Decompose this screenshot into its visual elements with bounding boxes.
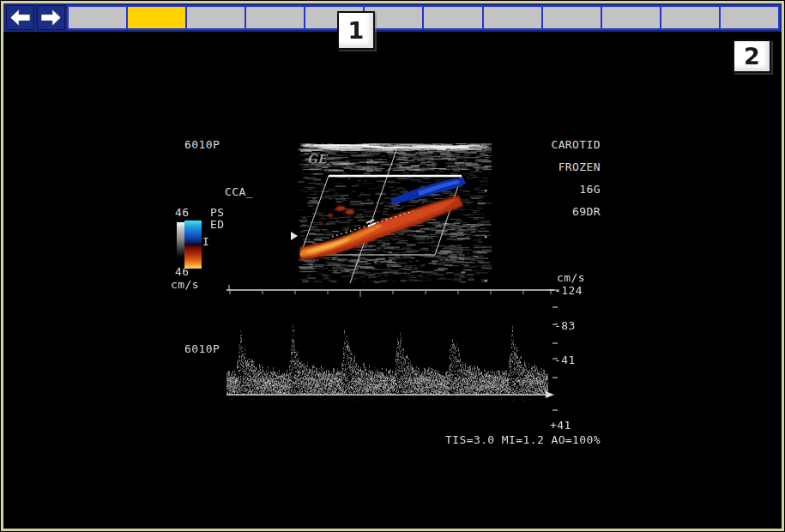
toolbar-cell[interactable] [424, 7, 483, 28]
exam-label: CCA_ [225, 186, 253, 197]
doppler-color-bar [184, 221, 202, 269]
depth-marker-dots [485, 146, 487, 282]
color-flow-jet [300, 196, 463, 260]
color-scale-unit: cm/s [171, 279, 199, 290]
baseline-arrow-icon [546, 391, 554, 398]
toolbar-cell[interactable] [187, 7, 246, 28]
ge-logo: GE [307, 152, 329, 166]
transducer-label-top: 6010P [184, 139, 220, 150]
spectral-axes [223, 283, 559, 414]
ultrasound-screen: { "colors": { "frame": "#d6d3a2", "toolb… [0, 0, 785, 532]
bmode-color-doppler-image: GE [298, 141, 492, 283]
toolbar-cell[interactable] [602, 7, 661, 28]
toolbar-cell[interactable] [661, 7, 721, 28]
arrow-right-icon [39, 7, 63, 28]
gray-scale-bar [177, 222, 184, 257]
spectral-doppler-display [223, 283, 559, 414]
status-block: CAROTID FROZEN 16G 69DR [515, 139, 601, 217]
spectral-tick-neg83: -83 [554, 320, 576, 331]
ps-label: PS [210, 207, 224, 218]
orientation-arrow-icon [291, 232, 298, 240]
annotation-marker-1: 1 [337, 11, 375, 50]
toolbar-cell[interactable] [721, 7, 778, 28]
status-frozen: FROZEN [559, 160, 601, 173]
acoustic-output-footer: TIS=3.0 MI=1.2 AO=100% [420, 434, 601, 445]
time-tick-marks [230, 291, 551, 297]
arrow-left-icon [8, 7, 33, 28]
ed-label: ED [210, 219, 224, 230]
status-gain: 16G [579, 183, 601, 196]
velocity-tick-marks [549, 290, 559, 410]
spectral-unit-label: cm/s [557, 272, 585, 283]
annotation-marker-2: 2 [733, 39, 771, 73]
doppler-cursor-line [350, 148, 397, 283]
invert-marker: I [202, 236, 209, 247]
color-scale-bottom-value: 46 [175, 266, 189, 277]
prev-button[interactable] [6, 5, 34, 30]
toolbar-cell[interactable] [484, 7, 543, 28]
status-dynamic-range: 69DR [572, 205, 601, 218]
spectral-tick-neg41: -41 [554, 354, 576, 366]
baseline [226, 391, 554, 398]
color-scale-top-value: 46 [175, 207, 189, 218]
toolbar-cell[interactable] [543, 7, 602, 28]
toolbar-cell-active[interactable] [128, 7, 187, 28]
status-exam: CAROTID [551, 138, 601, 151]
toolbar-cell[interactable] [246, 7, 305, 28]
transducer-label-bottom: 6010P [184, 343, 220, 354]
toolbar [3, 3, 782, 32]
spectral-tick-neg124: -124 [554, 285, 583, 296]
toolbar-cell-strip [67, 5, 780, 30]
spectral-tick-pos41: +41 [550, 420, 571, 431]
next-button[interactable] [37, 5, 65, 30]
toolbar-cell[interactable] [69, 7, 128, 28]
spectral-top-line [226, 285, 554, 291]
image-overlay: GE [298, 141, 492, 283]
